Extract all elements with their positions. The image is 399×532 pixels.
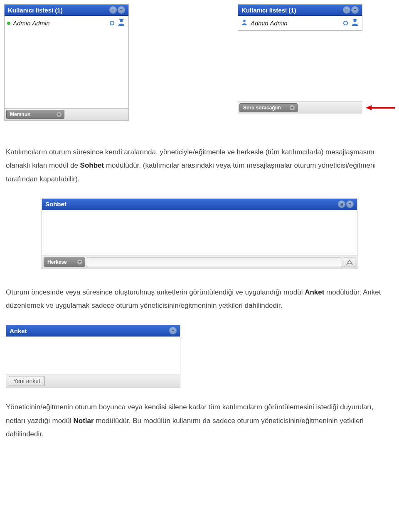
- user-row[interactable]: Admin Admin: [241, 17, 360, 29]
- panel-footer: Yeni anket: [6, 374, 180, 388]
- webcam-icon: [110, 21, 114, 25]
- svg-rect-0: [119, 19, 124, 20]
- para1-bold: Sohbet: [80, 161, 104, 169]
- paragraph-sohbet: Katılımcıların oturum süresince kendi ar…: [6, 146, 393, 186]
- status-online-icon: [7, 22, 10, 25]
- chat-target-dropdown[interactable]: Herkese: [44, 257, 85, 267]
- panel-footer: Soru soracağım: [238, 101, 362, 114]
- menu-icon[interactable]: [338, 200, 345, 208]
- panel-header: Sohbet: [42, 199, 357, 210]
- user-name: Admin Admin: [251, 20, 341, 27]
- panel-header: Kullanıcı listesi (1): [238, 5, 362, 16]
- status-label: Soru soracağım: [243, 105, 281, 111]
- panel-header: Anket: [6, 325, 180, 337]
- send-button[interactable]: [344, 257, 355, 267]
- para2-bold: Anket: [305, 288, 324, 296]
- chevron-down-icon: [57, 112, 62, 117]
- status-dropdown[interactable]: Soru soracağım: [239, 103, 298, 112]
- chat-target-label: Herkese: [47, 259, 67, 265]
- chevron-down-icon: [290, 105, 295, 110]
- send-icon: [346, 259, 353, 265]
- panel-footer: Herkese: [42, 255, 357, 269]
- person-icon: [117, 18, 126, 28]
- webcam-icon: [343, 21, 348, 25]
- panel-title: Anket: [10, 327, 169, 334]
- menu-icon[interactable]: [343, 6, 350, 14]
- collapse-icon[interactable]: [118, 6, 125, 14]
- panel-title: Kullanıcı listesi (1): [241, 7, 343, 14]
- user-row[interactable]: Admin Admin: [7, 17, 126, 29]
- person-icon: [350, 18, 360, 28]
- anket-body: [6, 337, 180, 374]
- new-survey-button[interactable]: Yeni anket: [9, 376, 45, 386]
- panel-header: Kullanıcı listesi (1): [5, 5, 128, 16]
- panel-body: Admin Admin: [5, 16, 128, 108]
- svg-marker-3: [366, 105, 372, 110]
- collapse-icon[interactable]: [169, 327, 177, 334]
- status-dropdown[interactable]: Memnun: [6, 110, 64, 119]
- svg-rect-1: [353, 19, 357, 20]
- collapse-icon[interactable]: [351, 6, 359, 14]
- para2-pre: Oturum öncesinde veya süresince oluşturu…: [6, 288, 305, 296]
- chat-messages-area: [44, 212, 355, 253]
- menu-icon[interactable]: [109, 6, 117, 14]
- panel-body: Admin Admin: [238, 16, 362, 30]
- panel-title: Kullanıcı listesi (1): [8, 7, 109, 14]
- user-name: Admin Admin: [13, 20, 107, 27]
- arrow-annotation-icon: [366, 104, 395, 111]
- panel-title: Sohbet: [45, 200, 338, 208]
- panel-footer: Memnun: [5, 108, 128, 120]
- anket-panel: Anket Yeni anket: [6, 325, 180, 388]
- chevron-down-icon: [77, 260, 82, 265]
- para3-bold: Notlar: [74, 417, 94, 425]
- chat-input[interactable]: [87, 257, 342, 267]
- userlist-panel-right: Kullanıcı listesi (1) Admin Admin: [238, 4, 362, 31]
- person-icon: [241, 19, 248, 27]
- collapse-icon[interactable]: [346, 200, 354, 208]
- userlist-panel-left: Kullanıcı listesi (1) Admin Admin Memnun: [4, 4, 129, 121]
- sohbet-panel: Sohbet Herkese: [42, 198, 357, 269]
- paragraph-notlar: Yöneticinin/eğitmenin oturum boyunca vey…: [6, 401, 393, 441]
- status-label: Memnun: [10, 111, 30, 117]
- paragraph-anket: Oturum öncesinde veya süresince oluşturu…: [6, 286, 393, 313]
